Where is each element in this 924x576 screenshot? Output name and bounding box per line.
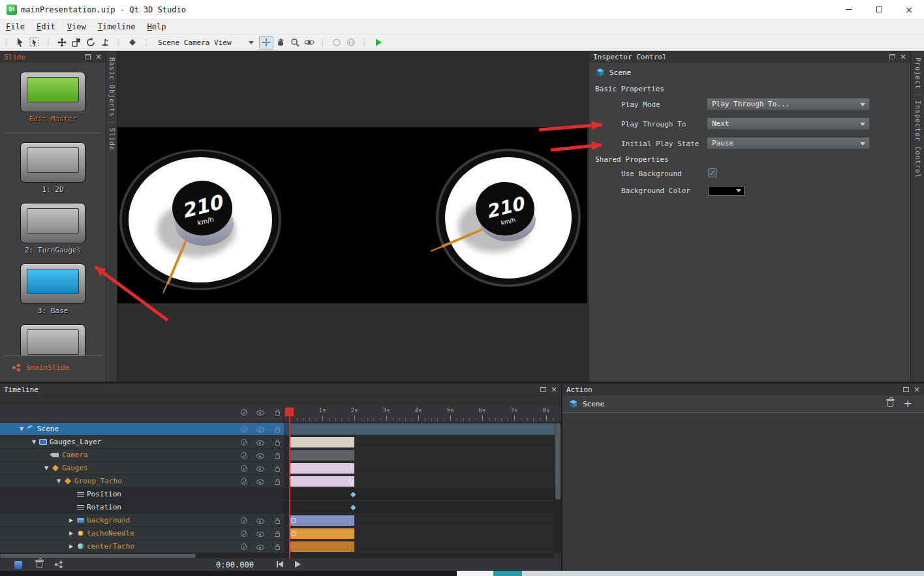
lock-toggle-icon[interactable]	[275, 533, 280, 537]
visibility-toggle-icon[interactable]	[256, 466, 264, 472]
action-object-row[interactable]: Scene +	[562, 395, 924, 413]
menu-file[interactable]: File	[0, 20, 31, 35]
timeline-vertical-scrollbar[interactable]	[555, 423, 561, 553]
menu-view[interactable]: View	[61, 20, 92, 35]
lock-toggle-icon[interactable]	[275, 429, 280, 432]
scale-tool-icon[interactable]	[69, 36, 84, 50]
delete-action-icon[interactable]	[887, 401, 893, 407]
play-mode-dropdown[interactable]: Play Through To...	[707, 98, 870, 110]
slide-item[interactable]: Edit Master	[0, 72, 106, 123]
timeline-track-cell[interactable]	[284, 514, 555, 527]
timeline-row[interactable]: ▶ background	[0, 514, 561, 527]
close-panel-icon[interactable]: ×	[551, 386, 557, 393]
timeline-ruler-ticks[interactable]: 1s2s3s4s5s6s7s8s	[284, 406, 555, 423]
timeline-track-cell[interactable]	[284, 423, 555, 436]
shy-toggle-icon[interactable]	[241, 530, 247, 537]
timeline-tree-cell[interactable]: ▼ Group_Tacho	[0, 475, 284, 488]
timeline-row[interactable]: ▶ centerTacho	[0, 540, 561, 553]
shy-toggle-icon[interactable]	[241, 478, 247, 485]
menu-help[interactable]: Help	[142, 20, 172, 35]
menu-edit[interactable]: Edit	[31, 20, 61, 35]
share-icon[interactable]	[54, 560, 63, 569]
timeline-row[interactable]: Position ◆	[0, 488, 561, 501]
move-tool-icon[interactable]	[55, 36, 69, 50]
lock-toggle-icon[interactable]	[275, 455, 280, 459]
delete-icon[interactable]	[37, 562, 42, 568]
shy-toggle-icon[interactable]	[241, 426, 247, 432]
timeline-row[interactable]: ▼ Group_Tacho	[0, 475, 561, 488]
timeline-tree-cell[interactable]: Camera	[0, 449, 284, 462]
lock-toggle-icon[interactable]	[275, 468, 280, 472]
timeline-row[interactable]: ▼ Scene	[0, 423, 561, 436]
lock-toggle-icon[interactable]	[275, 520, 280, 524]
master-slide-label[interactable]: $mainSlide	[26, 363, 69, 372]
presentation-stage[interactable]: 210 km/h 210 km/h	[117, 127, 587, 303]
expand-arrow-icon[interactable]: ▼	[54, 478, 63, 484]
keyframe-circle[interactable]	[291, 518, 296, 523]
timeline-tree-cell[interactable]: ▼ Scene	[0, 423, 284, 436]
timeline-track-cell[interactable]	[284, 449, 555, 462]
taskbar-active-app[interactable]	[493, 571, 522, 576]
timeline-track-cell[interactable]: ◆	[284, 501, 555, 514]
shy-toggle-icon[interactable]	[241, 465, 247, 472]
close-panel-icon[interactable]: ×	[900, 53, 906, 61]
zoom-tool-icon[interactable]	[288, 36, 302, 50]
time-bar[interactable]	[290, 515, 354, 526]
keyframe-diamond[interactable]: ◆	[350, 503, 356, 512]
timeline-row[interactable]: Rotation ◆	[0, 501, 561, 514]
visibility-toggle-icon[interactable]	[256, 479, 264, 485]
lock-toggle-icon[interactable]	[275, 442, 280, 446]
slide-item[interactable]: 1: 2D	[0, 142, 106, 194]
timeline-tree-cell[interactable]: ▶ centerTacho	[0, 540, 284, 553]
expand-arrow-icon[interactable]: ▶	[67, 530, 76, 536]
go-to-start-button[interactable]	[277, 561, 283, 568]
timeline-row[interactable]: ▼ Gauges_Layer	[0, 436, 561, 449]
initial-play-state-dropdown[interactable]: Pause	[707, 137, 870, 149]
time-bar[interactable]	[290, 463, 354, 474]
keyframe-diamond[interactable]: ◆	[350, 490, 356, 499]
visibility-toggle-icon[interactable]	[256, 427, 264, 432]
slide-item[interactable]: 3: Base	[0, 264, 106, 315]
keyframe-circle[interactable]	[348, 479, 354, 484]
play-through-to-dropdown[interactable]: Next	[707, 117, 870, 130]
timeline-track-cell[interactable]	[284, 475, 555, 488]
timeline-track-cell[interactable]	[284, 527, 555, 540]
background-color-swatch[interactable]	[708, 186, 745, 196]
minimize-button[interactable]	[834, 0, 864, 20]
menu-timeline[interactable]: Timeline	[92, 20, 142, 35]
timeline-tree-cell[interactable]: ▶ background	[0, 514, 284, 527]
expand-arrow-icon[interactable]: ▶	[67, 517, 76, 523]
visibility-toggle-icon[interactable]	[256, 545, 264, 550]
float-panel-icon[interactable]	[540, 387, 546, 392]
visibility-column-icon[interactable]	[256, 410, 264, 416]
time-bar[interactable]	[290, 424, 555, 434]
time-bar[interactable]	[290, 541, 354, 552]
maximize-button[interactable]	[864, 0, 894, 20]
float-panel-icon[interactable]	[85, 54, 91, 59]
expand-arrow-icon[interactable]: ▼	[29, 439, 38, 445]
close-panel-icon[interactable]: ×	[95, 53, 102, 61]
time-bar[interactable]	[290, 437, 354, 447]
playhead-handle[interactable]	[285, 407, 294, 417]
play-presentation-icon[interactable]	[371, 36, 386, 50]
keyframe-circle[interactable]	[291, 531, 296, 536]
timeline-tree-cell[interactable]: ▶ tachoNeedle	[0, 527, 284, 540]
float-panel-icon[interactable]	[889, 54, 895, 59]
timeline-tree-cell[interactable]: ▼ Gauges_Layer	[0, 436, 284, 449]
rotate-tool-icon[interactable]	[84, 36, 98, 50]
orbit-tool-icon[interactable]	[302, 36, 316, 50]
fit-selected-icon[interactable]	[259, 36, 273, 50]
pan-tool-icon[interactable]	[273, 36, 288, 50]
tab-basic-objects[interactable]: Basic Objects	[108, 55, 116, 119]
tab-slide[interactable]: Slide	[108, 125, 116, 153]
timeline-row[interactable]: ▼ Gauges	[0, 462, 561, 475]
timeline-track-cell[interactable]	[284, 540, 555, 553]
slide-item[interactable]: 4: ToNavigation	[0, 324, 106, 356]
shy-toggle-icon[interactable]	[241, 452, 247, 459]
expand-arrow-icon[interactable]: ▼	[42, 465, 51, 471]
playhead-line[interactable]	[289, 407, 290, 558]
lock-toggle-icon[interactable]	[275, 546, 280, 550]
visibility-toggle-icon[interactable]	[256, 519, 264, 524]
close-panel-icon[interactable]: ×	[914, 386, 920, 393]
time-bar[interactable]	[290, 476, 354, 487]
